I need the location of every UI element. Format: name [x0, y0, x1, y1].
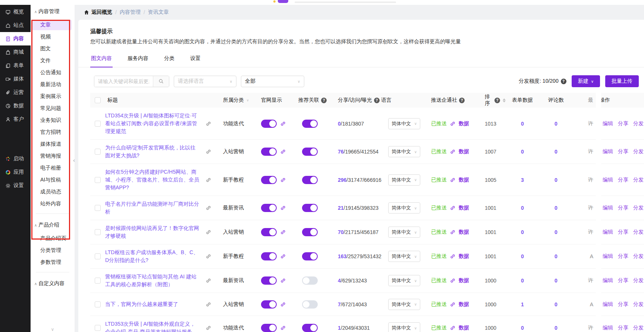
new-button[interactable]: 新建 ∨	[572, 75, 600, 87]
share-action[interactable]: 分享	[618, 205, 628, 211]
share-action[interactable]: 分享	[618, 325, 628, 331]
help-icon[interactable]: ?	[561, 79, 566, 84]
tab[interactable]: 分类	[163, 52, 175, 67]
edit-action[interactable]: 编辑	[603, 229, 613, 235]
sidebar-bottom-item[interactable]: 应用	[0, 165, 31, 179]
submenu-item[interactable]: 营销海报	[32, 151, 72, 161]
recommend-toggle[interactable]	[302, 324, 318, 332]
submenu-item[interactable]: 电子相册	[32, 163, 72, 173]
site-link-icon[interactable]	[280, 278, 286, 284]
help-icon[interactable]: ?	[321, 98, 327, 103]
distribute-action[interactable]: 分发	[633, 325, 644, 331]
sidebar-item[interactable]: 客户	[0, 113, 31, 126]
data-link[interactable]: 数据	[459, 177, 469, 183]
breadcrumb-level3[interactable]: 资讯文章	[148, 9, 169, 16]
breadcrumb-level2[interactable]: 内容管理	[120, 9, 141, 16]
distribute-action[interactable]: 分发	[633, 277, 644, 284]
sidebar-item[interactable]: 表单	[0, 59, 31, 72]
row-checkbox[interactable]	[95, 121, 101, 127]
site-link-icon[interactable]	[280, 149, 286, 155]
article-title-link[interactable]: 当下，官网为什么越来越重要了	[105, 300, 178, 308]
sidebar-collapse-handle[interactable]: ‹	[73, 157, 75, 163]
submenu-item[interactable]: 媒体报道	[32, 139, 72, 149]
data-link[interactable]: 数据	[459, 148, 469, 155]
distribute-action[interactable]: 分发	[633, 177, 644, 183]
site-link-icon[interactable]	[280, 229, 286, 235]
data-link[interactable]: 数据	[459, 120, 469, 127]
article-title-link[interactable]: LTD353次升级 | AI智能体外观自定义，企业介绍·产品·商品等支持短网址服…	[105, 320, 199, 332]
share-action[interactable]: 分享	[618, 177, 628, 183]
row-checkbox[interactable]	[95, 278, 101, 284]
push-link-icon[interactable]	[450, 253, 456, 259]
push-link-icon[interactable]	[450, 205, 456, 211]
row-language-select[interactable]: 简体中文 ∨	[388, 118, 420, 129]
site-show-toggle[interactable]	[261, 300, 277, 309]
submenu-item[interactable]: AI与投稿	[32, 175, 72, 185]
comment-count[interactable]: 0	[555, 205, 557, 211]
language-filter-select[interactable]: 请选择语言 ∨	[174, 76, 236, 87]
recommend-toggle[interactable]	[302, 148, 318, 156]
row-language-select[interactable]: 简体中文 ∨	[388, 322, 420, 332]
data-link[interactable]: 数据	[459, 277, 469, 284]
breadcrumb-home[interactable]: 返回概览	[84, 9, 112, 16]
site-link-icon[interactable]	[280, 205, 286, 211]
share-action[interactable]: 分享	[618, 148, 628, 155]
push-link-icon[interactable]	[450, 278, 456, 284]
recommend-toggle[interactable]	[302, 204, 318, 212]
data-link[interactable]: 数据	[459, 325, 469, 331]
submenu-item[interactable]: 业务知识	[32, 115, 72, 126]
share-action[interactable]: 分享	[618, 301, 628, 308]
row-language-select[interactable]: 简体中文 ∨	[388, 299, 420, 310]
sidebar-item[interactable]: 站点	[0, 19, 31, 32]
distribute-action[interactable]: 分发	[633, 301, 644, 308]
form-data-count[interactable]: 1	[521, 301, 524, 307]
comment-count[interactable]: 0	[555, 149, 557, 155]
site-show-toggle[interactable]	[261, 176, 277, 184]
article-title-link[interactable]: 电子名片行业产品功能测评与厂商对比分析	[105, 200, 199, 216]
site-show-toggle[interactable]	[261, 252, 277, 260]
tab[interactable]: 设置	[189, 52, 201, 67]
link-icon[interactable]	[205, 301, 211, 307]
help-icon[interactable]: ?	[374, 98, 380, 103]
link-icon[interactable]	[205, 177, 211, 183]
edit-action[interactable]: 编辑	[603, 120, 613, 127]
article-title-link[interactable]: 为什么自研/定制开发官网系统，比以往面对更大挑战?	[105, 144, 199, 159]
site-show-toggle[interactable]	[261, 276, 277, 285]
push-link-icon[interactable]	[450, 301, 456, 307]
sidebar-item[interactable]: 概览	[0, 5, 31, 19]
col-sort[interactable]: 排序	[485, 94, 493, 107]
tab[interactable]: 服务内容	[127, 52, 149, 67]
data-link[interactable]: 数据	[459, 229, 469, 235]
row-checkbox[interactable]	[95, 149, 101, 155]
comment-count[interactable]: 0	[555, 229, 557, 235]
row-language-select[interactable]: 简体中文 ∨	[388, 146, 420, 157]
edit-action[interactable]: 编辑	[603, 205, 613, 211]
data-link[interactable]: 数据	[459, 253, 469, 260]
search-input[interactable]	[94, 76, 153, 87]
submenu-item[interactable]: 案例展示	[32, 91, 72, 102]
row-language-select[interactable]: 简体中文 ∨	[388, 275, 420, 286]
form-data-count[interactable]: 0	[521, 253, 524, 259]
site-link-icon[interactable]	[280, 253, 286, 259]
site-show-toggle[interactable]	[261, 120, 277, 128]
article-title-link[interactable]: 如何在5分钟之内搭建好PC/H5网站、商城、小程序、官微名片、独立后台、全员营销…	[105, 168, 199, 192]
share-action[interactable]: 分享	[618, 229, 628, 235]
share-action[interactable]: 分享	[618, 120, 628, 127]
link-icon[interactable]	[205, 121, 211, 127]
search-button[interactable]	[153, 76, 169, 87]
distribute-action[interactable]: 分发	[633, 120, 644, 127]
distribute-action[interactable]: 分发	[633, 148, 644, 155]
push-link-icon[interactable]	[450, 149, 456, 155]
share-action[interactable]: 分享	[618, 277, 628, 284]
comment-count[interactable]: 0	[555, 301, 557, 307]
site-link-icon[interactable]	[280, 325, 286, 331]
submenu-item[interactable]: 官方招聘	[32, 127, 72, 137]
recommend-toggle[interactable]	[302, 300, 318, 309]
sidebar-item[interactable]: 内容	[0, 32, 31, 45]
site-show-toggle[interactable]	[261, 148, 277, 156]
edit-action[interactable]: 编辑	[603, 148, 613, 155]
submenu-item[interactable]: 站外内容	[32, 199, 72, 209]
push-link-icon[interactable]	[450, 229, 456, 235]
comment-count[interactable]: 0	[555, 177, 557, 183]
comment-count[interactable]: 0	[555, 121, 557, 127]
